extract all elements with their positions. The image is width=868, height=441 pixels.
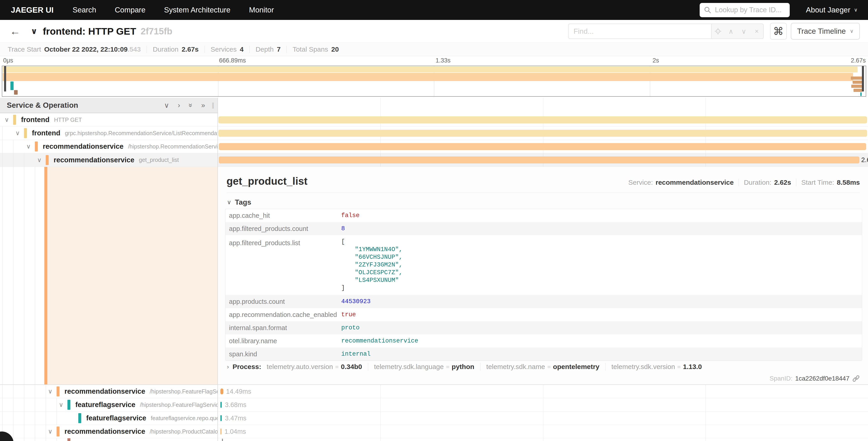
span-row[interactable]: ∨ recommendationservice /hipstershop.Fea… — [0, 385, 868, 398]
span-color-bar — [44, 167, 47, 384]
title-bar-controls: ∧ ∨ × ⌘ Trace Timeline ∨ — [568, 23, 860, 40]
focus-match-button[interactable] — [712, 24, 724, 38]
trace-title-bar: ← ∨ frontend: HTTP GET 2f715fb ∧ ∨ × ⌘ T… — [0, 20, 868, 42]
jaeger-logo[interactable]: JAEGER UI — [11, 5, 54, 14]
span-row[interactable]: ∨ recommendationservice /hipstershop.Pro… — [0, 425, 868, 438]
indent-guide — [24, 385, 24, 398]
minimap-left-drag-handle[interactable] — [4, 66, 6, 91]
meta-label: Duration: — [744, 179, 771, 186]
meta-start-time-value: 8.58ms — [837, 179, 860, 186]
list-close-bracket: ] — [341, 284, 403, 292]
span-row-partial[interactable] — [0, 438, 868, 441]
process-key: telemetry.auto.version — [267, 363, 333, 371]
minimap-tick: 666.89ms — [219, 57, 246, 64]
chevron-down-icon[interactable]: ∨ — [164, 101, 169, 110]
list-item: "LS4PSXUNUM" — [341, 276, 403, 284]
minimap-span-bar — [854, 89, 862, 92]
span-duration-bar[interactable] — [219, 143, 866, 150]
span-duration-bar[interactable] — [218, 130, 867, 137]
span-row[interactable]: ∨ featureflagservice /hipstershop.Featur… — [0, 398, 868, 412]
chevron-down-icon[interactable]: ∨ — [37, 156, 46, 164]
timeline-tick: 2s — [708, 101, 715, 109]
minimap-canvas[interactable] — [2, 66, 866, 97]
span-duration-bar[interactable] — [220, 402, 222, 408]
chevron-right-icon[interactable]: › — [178, 101, 180, 109]
meta-label: Start Time: — [801, 179, 834, 186]
trace-collapse-toggle[interactable]: ∨ — [31, 27, 37, 36]
span-duration-bar[interactable] — [219, 156, 859, 164]
list-item: "OLJCESPC7Z", — [341, 269, 403, 276]
meta-label: Service: — [628, 179, 653, 186]
indent-guide — [24, 412, 24, 425]
nav-item-compare[interactable]: Compare — [115, 6, 146, 14]
divider — [147, 46, 147, 53]
double-chevron-down-icon[interactable]: » — [187, 103, 195, 107]
tag-key: app.recommendation.cache_enabled — [225, 311, 341, 319]
divider — [605, 363, 606, 371]
nav-item-search[interactable]: Search — [73, 6, 96, 14]
nav-item-system-architecture[interactable]: System Architecture — [164, 6, 230, 14]
about-jaeger-label: About Jaeger — [806, 6, 850, 14]
minimap-span-bar — [3, 66, 858, 72]
chevron-down-icon: ∨ — [854, 7, 858, 13]
tags-section-header[interactable]: ∨ Tags — [227, 198, 251, 206]
span-duration-bar[interactable] — [220, 429, 221, 435]
chevron-down-icon[interactable]: ∨ — [4, 116, 13, 123]
trace-duration-value: 2.67s — [182, 46, 199, 53]
span-color-bar — [13, 115, 16, 125]
detail-row-background — [47, 167, 218, 384]
prev-match-button[interactable]: ∧ — [724, 24, 738, 38]
indent-guide — [57, 438, 57, 441]
span-row[interactable]: ∨ frontend HTTP GET — [0, 113, 868, 126]
trace-id-lookup — [700, 3, 790, 17]
span-operation-name: /hipstershop.RecommendationService/Lis..… — [128, 143, 218, 150]
column-resize-grip[interactable]: ∥ — [212, 101, 215, 109]
trace-id-lookup-input[interactable] — [715, 6, 786, 14]
tag-key: app.cache_hit — [225, 212, 341, 219]
column-splitter[interactable] — [217, 98, 218, 441]
chevron-down-icon[interactable]: ∨ — [59, 401, 67, 408]
find-input[interactable] — [573, 27, 707, 36]
chevron-down-icon[interactable]: ∨ — [26, 143, 35, 150]
span-row-selected[interactable]: ∨ recommendationservice get_product_list… — [0, 153, 868, 167]
span-row[interactable]: ∨ frontend grpc.hipstershop.Recommendati… — [0, 126, 868, 140]
minimap-right-drag-handle[interactable] — [862, 66, 864, 91]
nav-item-monitor[interactable]: Monitor — [249, 6, 274, 14]
trace-view-selector[interactable]: Trace Timeline ∨ — [791, 23, 860, 40]
span-duration-bar[interactable] — [218, 116, 867, 123]
timeline-tick: 1.33s — [545, 101, 561, 109]
span-duration-bar[interactable] — [220, 388, 223, 394]
trace-id-short: 2f715fb — [141, 26, 173, 36]
span-duration-bar[interactable] — [220, 415, 222, 421]
summary-label: Total Spans — [292, 46, 328, 53]
double-chevron-right-icon[interactable]: » — [201, 101, 205, 109]
span-duration-bar[interactable] — [222, 439, 223, 441]
clear-find-button[interactable]: × — [750, 24, 763, 38]
list-item: "2ZYFJ3GM2N", — [341, 261, 403, 269]
process-value: opentelemetry — [553, 363, 599, 371]
chevron-right-icon: › — [227, 363, 229, 371]
span-row[interactable]: ∨ featureflagservice featureflagservice.… — [0, 412, 868, 425]
keyboard-shortcuts-button[interactable]: ⌘ — [770, 23, 787, 40]
find-box — [568, 24, 711, 39]
chevron-down-icon[interactable]: ∨ — [48, 428, 57, 435]
jaeger-trace-page: JAEGER UI Search Compare System Architec… — [0, 0, 868, 441]
span-color-bar — [57, 427, 60, 437]
timeline-tick: 0μs — [221, 101, 231, 109]
about-jaeger-menu[interactable]: About Jaeger ∨ — [806, 6, 858, 14]
next-match-button[interactable]: ∨ — [738, 24, 750, 38]
indent-guide — [13, 153, 13, 167]
span-duration-label: 14.49ms — [226, 388, 251, 395]
tag-row: app.filtered_products.list [ "1YMWWN1N4O… — [225, 235, 862, 295]
process-row[interactable]: › Process: telemetry.auto.version = 0.34… — [227, 363, 702, 371]
span-operation-name: get_product_list — [139, 157, 179, 163]
chevron-down-icon[interactable]: ∨ — [16, 129, 24, 137]
link-icon[interactable] — [852, 375, 860, 382]
process-value: 0.34b0 — [341, 363, 362, 371]
back-button[interactable]: ← — [10, 25, 20, 37]
chevron-down-icon[interactable]: ∨ — [48, 388, 57, 395]
span-row[interactable]: ∨ recommendationservice /hipstershop.Rec… — [0, 140, 868, 153]
span-color-bar — [35, 142, 38, 151]
tag-key: app.filtered_products.list — [225, 238, 341, 247]
minimap-span-bar — [851, 77, 862, 80]
